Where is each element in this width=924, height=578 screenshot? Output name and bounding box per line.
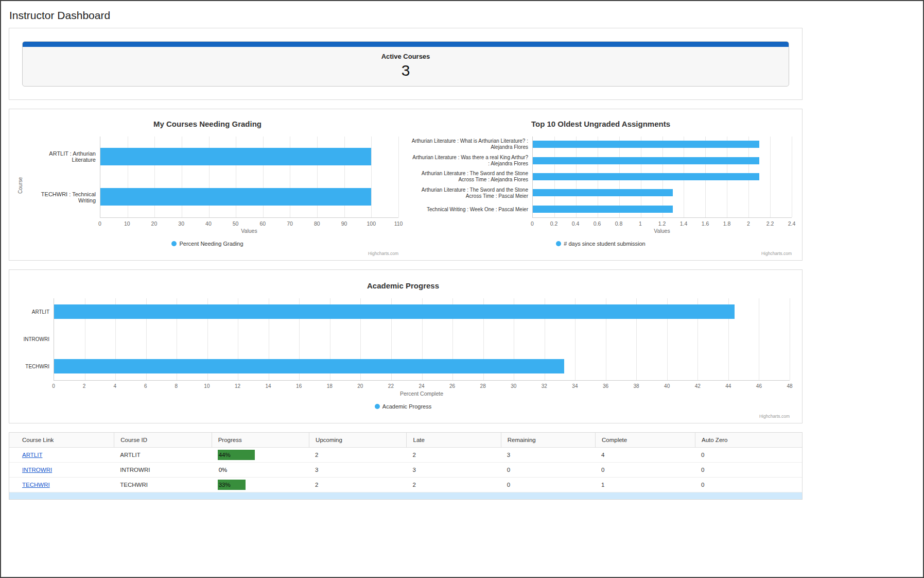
data-bar: [54, 304, 735, 319]
course-link[interactable]: INTROWRI: [22, 467, 52, 473]
x-tick-label: 0: [98, 220, 101, 227]
complete-cell: 1: [595, 478, 695, 492]
course-link-cell: TECHWRI: [9, 478, 114, 492]
progress-value: 33%: [219, 482, 231, 488]
upcoming-cell: 3: [309, 463, 406, 477]
chart-title: My Courses Needing Grading: [16, 120, 398, 128]
x-tick-label: 0.8: [615, 220, 623, 227]
grading-charts-panel: My Courses Needing GradingCourseARTLIT :…: [9, 109, 803, 261]
x-tick-label: 60: [260, 220, 266, 227]
upcoming-cell: 2: [309, 478, 406, 492]
category-label: ARTLIT : Arthurian Literature: [24, 137, 100, 177]
x-tick-label: 22: [388, 383, 394, 389]
plot-area: [54, 298, 790, 381]
instructor-dashboard-page: Instructor Dashboard Active Courses 3 My…: [0, 0, 924, 578]
legend-item[interactable]: Percent Needing Grading: [16, 241, 398, 247]
x-tick-label: 1.2: [658, 220, 666, 227]
legend-marker-icon: [375, 404, 380, 409]
x-tick-label: 42: [695, 383, 701, 389]
legend-label: Percent Needing Grading: [179, 241, 243, 247]
course-link[interactable]: ARTLIT: [22, 452, 42, 458]
x-tick-label: 20: [357, 383, 363, 389]
x-tick-label: 40: [664, 383, 670, 389]
column-header-upcoming: Upcoming: [309, 433, 406, 447]
data-bar: [533, 189, 673, 196]
progress-bar: 33%: [218, 480, 304, 490]
category-label: ARTLIT: [16, 298, 54, 326]
x-tick-label: 38: [634, 383, 639, 389]
x-tick-label: 16: [296, 383, 302, 389]
course-link-cell: INTROWRI: [9, 463, 114, 477]
x-tick-label: 0: [52, 383, 55, 389]
complete-cell: 4: [595, 448, 695, 462]
legend-item[interactable]: Academic Progress: [16, 403, 790, 410]
gridline: [790, 298, 790, 380]
table-bottom-strip: [9, 492, 802, 499]
table-row: ARTLIT ARTLIT 44% 2 2 3 4 0: [9, 448, 802, 463]
course-id-cell: ARTLIT: [114, 448, 211, 462]
progress-cell: 33%: [212, 478, 309, 492]
progress-value: 0%: [219, 467, 228, 473]
x-axis-title: Values: [532, 228, 792, 234]
data-bar: [533, 173, 759, 180]
auto-zero-cell: 0: [695, 448, 802, 462]
data-bar: [533, 206, 673, 213]
column-header-progress: Progress: [212, 433, 309, 447]
table-header-row: Course Link Course ID Progress Upcoming …: [9, 433, 802, 448]
data-bar: [100, 188, 371, 206]
course-link-cell: ARTLIT: [9, 448, 114, 462]
highcharts-credits-link[interactable]: Highcharts.com: [368, 251, 398, 256]
late-cell: 2: [406, 478, 500, 492]
remaining-cell: 0: [501, 463, 595, 477]
remaining-cell: 0: [501, 478, 595, 492]
x-tick-label: 0: [531, 220, 534, 227]
legend-label: Academic Progress: [382, 403, 431, 410]
upcoming-cell: 2: [309, 448, 406, 462]
gridline: [398, 137, 399, 217]
active-courses-value: 3: [23, 62, 789, 80]
category-label: INTROWRI: [16, 326, 54, 353]
x-tick-label: 20: [151, 220, 158, 227]
x-tick-label: 18: [327, 383, 333, 389]
x-tick-label: 36: [603, 383, 608, 389]
category-label: TECHWRI: [16, 353, 54, 380]
x-tick-label: 32: [542, 383, 547, 389]
category-label: Arthurian Literature : Was there a real …: [410, 152, 532, 169]
data-bar: [100, 148, 371, 165]
column-header-auto-zero: Auto Zero: [695, 433, 802, 447]
x-tick-label: 110: [394, 220, 403, 227]
x-tick-label: 26: [449, 383, 455, 389]
course-id-cell: INTROWRI: [114, 463, 211, 477]
x-tick-label: 0.4: [572, 220, 580, 227]
column-header-complete: Complete: [595, 433, 695, 447]
category-label: Technical Writing : Week One : Pascal Me…: [410, 201, 532, 218]
auto-zero-cell: 0: [695, 478, 802, 492]
highcharts-credits-link[interactable]: Highcharts.com: [759, 414, 790, 419]
x-axis: 0102030405060708090100110: [100, 218, 398, 227]
legend-marker-icon: [171, 241, 177, 246]
x-axis: 0246810121416182022242628303234363840424…: [54, 381, 790, 389]
academic-progress-panel: Academic ProgressARTLITINTROWRITECHWRI02…: [9, 269, 803, 423]
x-tick-label: 10: [124, 220, 130, 227]
legend-item[interactable]: # days since student submission: [410, 241, 792, 247]
highcharts-credits-link[interactable]: Highcharts.com: [761, 251, 792, 256]
x-tick-label: 70: [287, 220, 293, 227]
chart-title: Top 10 Oldest Ungraded Assignments: [410, 120, 792, 128]
x-tick-label: 14: [266, 383, 271, 389]
x-tick-label: 2.2: [766, 220, 774, 227]
x-tick-label: 50: [233, 220, 239, 227]
x-tick-label: 0.2: [550, 220, 558, 227]
chart-title: Academic Progress: [16, 281, 790, 290]
x-tick-label: 1.6: [702, 220, 709, 227]
category-label: Arthurian Literature : The Sword and the…: [410, 169, 532, 185]
chart-top-10-oldest-ungraded-assignments: Top 10 Oldest Ungraded AssignmentsArthur…: [406, 114, 799, 258]
x-tick-label: 2: [83, 383, 86, 389]
x-tick-label: 1: [639, 220, 642, 227]
category-label: TECHWRI : Technical Writing: [24, 177, 100, 218]
x-axis-title: Values: [100, 228, 398, 234]
chart-academic-progress: Academic ProgressARTLITINTROWRITECHWRI02…: [12, 276, 797, 421]
table-row: TECHWRI TECHWRI 33% 2 2 0 1 0: [9, 478, 802, 492]
x-tick-label: 48: [787, 383, 792, 389]
x-tick-label: 4: [113, 383, 116, 389]
course-link[interactable]: TECHWRI: [22, 482, 50, 488]
